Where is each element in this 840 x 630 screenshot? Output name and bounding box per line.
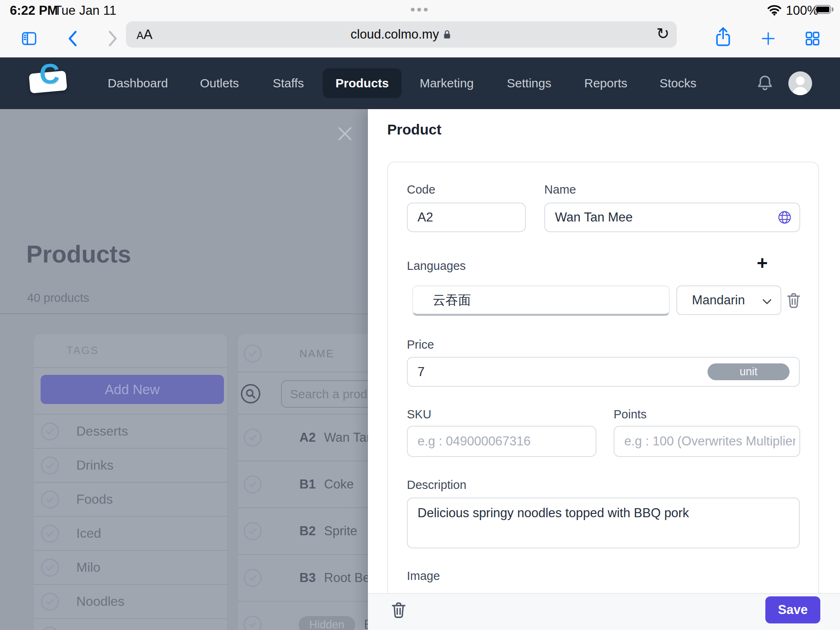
nav-item-products[interactable]: Products [323, 68, 402, 98]
check-circle-icon[interactable] [41, 627, 59, 630]
drawer-close-icon[interactable] [338, 126, 352, 141]
product-name: Coke [324, 477, 354, 492]
status-date: Tue Jan 11 [54, 3, 116, 18]
delete-product-trash-icon[interactable] [390, 600, 407, 619]
app-logo-letter: C [39, 57, 59, 89]
save-button[interactable]: Save [765, 596, 820, 623]
check-circle-icon[interactable] [41, 457, 59, 475]
tag-row[interactable]: Foods [34, 482, 227, 516]
nav-item-outlets[interactable]: Outlets [200, 76, 239, 90]
languages-label: Languages [407, 259, 466, 273]
tags-header: TAGS [66, 344, 99, 357]
user-avatar[interactable] [788, 71, 812, 95]
tag-label: Foods [76, 492, 113, 507]
product-code: A2 [299, 430, 324, 445]
tags-panel: TAGS Add New Desserts Drinks Foods Iced [33, 333, 228, 630]
product-row[interactable]: B3 Root Beer [237, 555, 386, 601]
battery-percent: 100% [786, 3, 818, 18]
code-input[interactable] [407, 203, 526, 232]
tag-label: Drinks [76, 458, 114, 473]
header-divider [0, 313, 386, 314]
check-circle-icon[interactable] [244, 522, 262, 540]
nav-item-marketing[interactable]: Marketing [420, 76, 474, 90]
check-circle-icon[interactable] [41, 422, 59, 441]
language-select-value: Mandarin [692, 293, 745, 308]
drawer-title: Product [387, 121, 441, 138]
wifi-icon [767, 4, 782, 16]
price-label: Price [407, 338, 434, 352]
tag-label: Proteins [76, 628, 124, 630]
nav-item-staffs[interactable]: Staffs [273, 76, 304, 90]
nav-item-dashboard[interactable]: Dashboard [108, 76, 168, 90]
nav-item-reports[interactable]: Reports [584, 76, 627, 90]
sku-label: SKU [407, 408, 431, 421]
check-circle-icon[interactable] [244, 569, 262, 587]
product-row[interactable]: Hidden Ba [237, 601, 386, 630]
battery-icon [815, 5, 833, 14]
price-unit-pill[interactable]: unit [708, 363, 790, 380]
tag-row[interactable]: Iced [34, 516, 227, 550]
drawer-action-bar: Save [368, 593, 840, 630]
new-tab-plus-icon[interactable] [760, 30, 776, 47]
check-circle-icon[interactable] [244, 429, 262, 447]
language-select[interactable]: Mandarin [676, 285, 781, 315]
product-code: B3 [299, 571, 324, 585]
notification-bell-icon[interactable] [756, 74, 774, 93]
description-label: Description [407, 478, 466, 492]
product-row[interactable]: B2 Sprite [237, 508, 386, 555]
delete-language-trash-icon[interactable] [785, 291, 802, 309]
url-center: cloud.colmo.my [126, 21, 677, 48]
nav-item-stocks[interactable]: Stocks [660, 76, 696, 90]
product-drawer: Product Code Name Languages + Mandarin [368, 109, 840, 630]
product-code: B2 [299, 524, 324, 539]
sidebar-toggle-icon[interactable] [21, 30, 38, 47]
description-textarea[interactable]: Delicious springy noodles topped with BB… [407, 498, 800, 548]
check-circle-icon[interactable] [41, 525, 59, 543]
home-indicator-dots-icon: ••• [410, 2, 430, 18]
product-row[interactable]: B1 Coke [237, 461, 386, 508]
reload-icon[interactable]: ↻ [656, 25, 669, 43]
tag-row[interactable]: Drinks [34, 448, 227, 482]
url-text: cloud.colmo.my [351, 27, 439, 42]
name-input[interactable] [544, 203, 800, 232]
nav-item-settings[interactable]: Settings [507, 76, 551, 90]
lock-icon [442, 29, 452, 40]
back-icon[interactable] [66, 30, 80, 48]
tag-label: Milo [76, 560, 100, 575]
add-new-tag-button[interactable]: Add New [41, 375, 224, 404]
image-label: Image [407, 569, 440, 583]
browser-chrome: 6:22 PM Tue Jan 11 ••• 100% [0, 0, 840, 58]
tag-row[interactable]: Noodles [34, 584, 227, 619]
check-circle-icon[interactable] [41, 559, 59, 577]
tag-row[interactable]: Proteins [34, 619, 227, 630]
sku-input[interactable] [407, 426, 596, 457]
check-circle-icon[interactable] [41, 491, 59, 509]
check-circle-icon[interactable] [244, 616, 262, 630]
product-count: 40 products [27, 291, 89, 305]
forward-icon[interactable] [105, 30, 120, 48]
code-label: Code [407, 183, 435, 196]
tags-header-divider [34, 367, 227, 368]
check-circle-icon[interactable] [244, 475, 262, 493]
price-field: unit [407, 357, 800, 387]
tag-row[interactable]: Milo [34, 550, 227, 584]
check-circle-icon[interactable] [41, 593, 59, 611]
tag-row[interactable]: Desserts [34, 414, 227, 448]
language-name-input[interactable] [412, 285, 670, 316]
check-circle-icon[interactable] [244, 345, 262, 363]
globe-icon[interactable] [777, 210, 792, 225]
product-row[interactable]: A2 Wan Tan Mee [237, 414, 386, 461]
add-language-plus-icon[interactable]: + [757, 252, 768, 274]
hidden-status-badge: Hidden [299, 616, 355, 630]
name-label: Name [544, 183, 576, 196]
tabs-grid-icon[interactable] [804, 30, 821, 47]
share-icon[interactable] [714, 25, 733, 48]
list-divider [237, 372, 385, 372]
product-name: Sprite [324, 524, 357, 539]
tag-label: Desserts [76, 424, 128, 439]
status-time: 6:22 PM [10, 3, 58, 18]
address-bar[interactable]: AA cloud.colmo.my ↻ [126, 21, 677, 48]
page-title: Products [26, 240, 131, 268]
points-input[interactable] [614, 426, 800, 457]
screen: 6:22 PM Tue Jan 11 ••• 100% [0, 0, 840, 630]
